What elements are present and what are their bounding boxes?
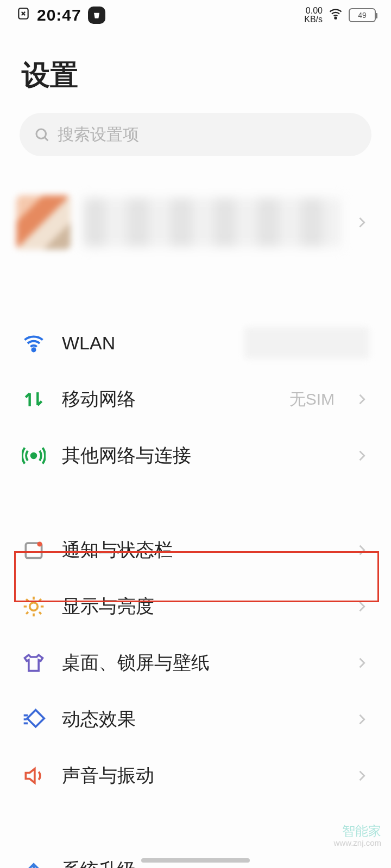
item-label: 动态效果 (62, 707, 338, 732)
svg-point-7 (30, 603, 38, 611)
search-input[interactable]: 搜索设置项 (20, 113, 371, 156)
arrow-up-icon (22, 858, 46, 868)
network-speed: 0.00 KB/s (304, 7, 323, 24)
watermark: 智能家 www.znj.com (333, 824, 381, 847)
app-badge-icon (88, 7, 105, 24)
settings-item-wlan[interactable]: WLAN (0, 315, 391, 371)
volume-icon (22, 764, 46, 788)
account-row[interactable] (0, 179, 391, 266)
svg-rect-8 (27, 710, 44, 727)
status-bar: 20:47 0.00 KB/s 49 (0, 0, 391, 30)
sun-icon (22, 595, 46, 618)
settings-item-notifications[interactable]: 通知与状态栏 (0, 522, 391, 578)
svg-point-2 (36, 129, 46, 139)
item-label: 移动网络 (62, 387, 273, 412)
svg-point-6 (37, 541, 42, 546)
chevron-right-icon (354, 768, 369, 783)
item-label: WLAN (62, 333, 228, 354)
settings-item-system-update[interactable]: 系统升级 (0, 842, 391, 868)
shirt-icon (22, 651, 46, 675)
chevron-right-icon (354, 542, 369, 558)
wlan-value-redacted (244, 327, 369, 359)
battery-indicator: 49 (349, 8, 376, 22)
updown-arrows-icon (22, 387, 46, 411)
avatar (16, 195, 71, 250)
sim-alert-icon (16, 7, 30, 24)
chevron-right-icon (354, 215, 369, 230)
item-label: 其他网络与连接 (62, 443, 338, 468)
settings-item-sound[interactable]: 声音与振动 (0, 748, 391, 804)
home-indicator (141, 858, 250, 863)
broadcast-icon (22, 444, 46, 468)
svg-point-1 (335, 17, 336, 18)
chevron-right-icon (354, 448, 369, 463)
account-text-redacted (84, 198, 341, 247)
chevron-right-icon (354, 712, 369, 727)
wifi-icon (22, 331, 46, 355)
settings-item-other-connections[interactable]: 其他网络与连接 (0, 427, 391, 484)
search-placeholder: 搜索设置项 (58, 124, 139, 146)
wifi-icon (328, 6, 343, 25)
settings-item-mobile-network[interactable]: 移动网络 无SIM (0, 371, 391, 427)
notifications-icon (22, 538, 46, 562)
item-label: 声音与振动 (62, 763, 338, 788)
page-title: 设置 (0, 30, 391, 113)
search-icon (34, 126, 50, 143)
chevron-right-icon (354, 599, 369, 614)
item-value: 无SIM (289, 388, 335, 411)
motion-icon (22, 707, 46, 731)
svg-point-4 (31, 454, 36, 458)
item-label: 通知与状态栏 (62, 538, 338, 563)
item-label: 桌面、锁屏与壁纸 (62, 650, 338, 675)
svg-point-3 (32, 348, 35, 351)
item-label: 显示与亮度 (62, 594, 338, 619)
chevron-right-icon (354, 392, 369, 407)
settings-item-motion-effects[interactable]: 动态效果 (0, 691, 391, 748)
status-time: 20:47 (37, 6, 81, 24)
chevron-right-icon (354, 655, 369, 671)
settings-item-display[interactable]: 显示与亮度 (0, 578, 391, 635)
settings-item-home-wallpaper[interactable]: 桌面、锁屏与壁纸 (0, 635, 391, 691)
